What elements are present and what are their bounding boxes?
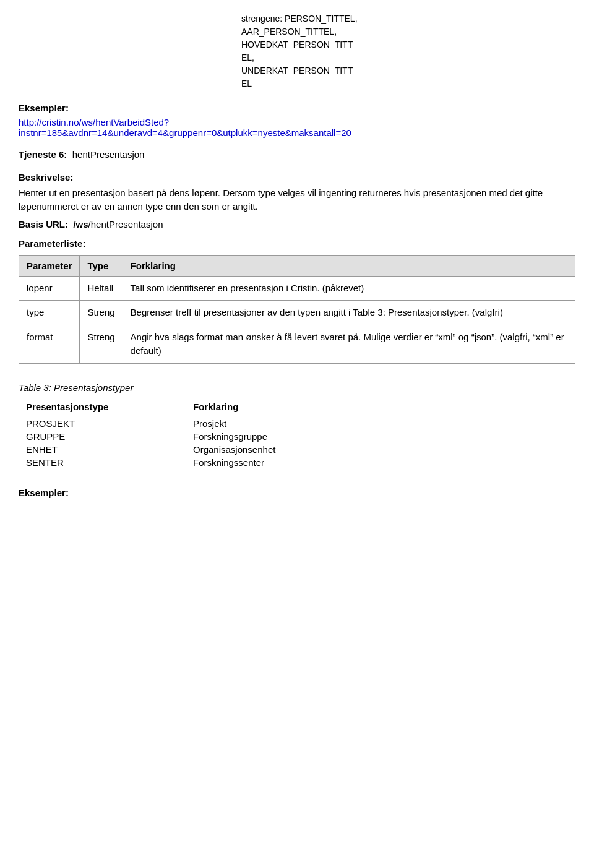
strings-text: strengene: PERSON_TITTEL,AAR_PERSON_TITT… [241, 14, 358, 88]
basis-url-section: Basis URL: /ws/hentPresentasjon [19, 219, 575, 230]
link-section: http://cristin.no/ws/hentVarbeidSted?ins… [19, 117, 575, 138]
table3-title: Table 3: Presentasjonstyper [19, 382, 575, 393]
col-header-parameter: Parameter [19, 255, 80, 276]
param-forklaring: Angir hva slags format man ønsker å få l… [123, 325, 575, 363]
type-name: SENTER [19, 456, 186, 469]
table-row: type Streng Begrenser treff til presenta… [19, 301, 575, 325]
type-forklaring: Prosjekt [186, 417, 353, 430]
param-type: Streng [80, 301, 123, 325]
top-strings-section: strengene: PERSON_TITTEL,AAR_PERSON_TITT… [19, 12, 575, 90]
beskrivelse-text: Henter ut en presentasjon basert på dens… [19, 186, 575, 214]
list-item: ENHET Organisasjonsenhet [19, 443, 353, 456]
param-name: type [19, 301, 80, 325]
col-header-forklaring: Forklaring [123, 255, 575, 276]
list-item: GRUPPE Forskningsgruppe [19, 430, 353, 443]
param-name: lopenr [19, 276, 80, 301]
parameterliste-label: Parameterliste: [19, 238, 575, 249]
tjeneste-value: hentPresentasjon [72, 149, 145, 160]
type-forklaring: Forskningssenter [186, 456, 353, 469]
table-row: format Streng Angir hva slags format man… [19, 325, 575, 363]
strings-content: strengene: PERSON_TITTEL,AAR_PERSON_TITT… [241, 12, 575, 90]
param-name: format [19, 325, 80, 363]
parameter-table: Parameter Type Forklaring lopenr Heltall… [19, 255, 575, 364]
table-row: lopenr Heltall Tall som identifiserer en… [19, 276, 575, 301]
param-forklaring: Tall som identifiserer en presentasjon i… [123, 276, 575, 301]
list-item: PROSJEKT Prosjekt [19, 417, 353, 430]
beskrivelse-label: Beskrivelse: [19, 172, 575, 183]
type-name: PROSJEKT [19, 417, 186, 430]
example-link[interactable]: http://cristin.no/ws/hentVarbeidSted?ins… [19, 117, 351, 138]
param-type: Streng [80, 325, 123, 363]
list-item: SENTER Forskningssenter [19, 456, 353, 469]
table-header-row: Parameter Type Forklaring [19, 255, 575, 276]
col-header-type: Type [80, 255, 123, 276]
type-name: ENHET [19, 443, 186, 456]
type-table-header-row: Presentasjonstype Forklaring [19, 399, 353, 417]
forklaring-col-header: Forklaring [186, 399, 353, 417]
tjeneste-label: Tjeneste 6: [19, 149, 67, 160]
eksempler1-label: Eksempler: [19, 103, 575, 113]
type-table: Presentasjonstype Forklaring PROSJEKT Pr… [19, 399, 353, 469]
type-forklaring: Organisasjonsenhet [186, 443, 353, 456]
basis-url-path: /ws/hentPresentasjon [73, 219, 163, 230]
eksempler2-label: Eksempler: [19, 488, 575, 498]
type-forklaring: Forskningsgruppe [186, 430, 353, 443]
basis-url-label: Basis URL: [19, 219, 68, 230]
type-col-header: Presentasjonstype [19, 399, 186, 417]
type-name: GRUPPE [19, 430, 186, 443]
param-forklaring: Begrenser treff til presentasjoner av de… [123, 301, 575, 325]
tjeneste-section: Tjeneste 6: hentPresentasjon [19, 148, 575, 162]
param-type: Heltall [80, 276, 123, 301]
